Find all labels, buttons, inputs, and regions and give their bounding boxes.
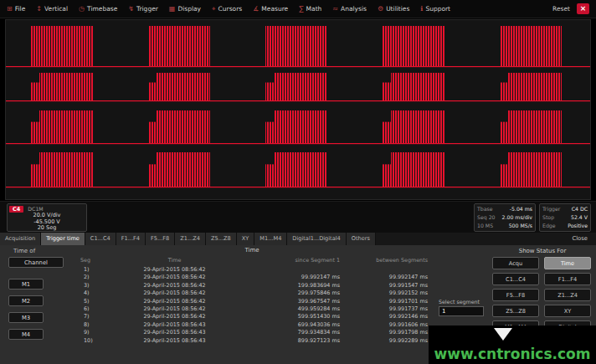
tab-trigger-time[interactable]: Trigger time bbox=[41, 233, 85, 245]
status-button-time[interactable]: Time bbox=[544, 257, 591, 269]
table-row: 10)29-April-2015 08:56:43899.927123 ms99… bbox=[72, 337, 432, 345]
status-button-c1-c4[interactable]: C1...C4 bbox=[492, 273, 539, 285]
status-button-acqu[interactable]: Acqu bbox=[492, 257, 539, 269]
table-row: 9)29-April-2015 08:56:43799.934834 ms99.… bbox=[72, 329, 432, 336]
button-m2[interactable]: M2 bbox=[8, 295, 44, 306]
time-of-label: Time of bbox=[13, 248, 35, 254]
table-cell: 599.951430 ms bbox=[244, 313, 340, 320]
waveform-svg bbox=[6, 20, 590, 199]
table-cell: 29-April-2015 08:56:43 bbox=[105, 337, 244, 345]
tab-f5-f8[interactable]: F5...F8 bbox=[146, 233, 175, 245]
info-row: Stop52.4 V bbox=[540, 213, 590, 222]
status-buttons: AcquTimeC1...C4F1...F4F5...F8Z1...Z4Z5..… bbox=[492, 257, 591, 333]
table-cell: 2) bbox=[72, 274, 105, 281]
table-cell: 399.967547 ms bbox=[244, 298, 340, 305]
menu-item-measure[interactable]: ∡Measure bbox=[253, 5, 288, 13]
support-icon: ℹ bbox=[420, 6, 423, 13]
menu-item-cursors[interactable]: ⌖Cursors bbox=[212, 5, 242, 13]
info-label: Tbase bbox=[477, 205, 493, 213]
tab-xy[interactable]: XY bbox=[237, 233, 255, 245]
status-button-z5-z8[interactable]: Z5...Z8 bbox=[492, 305, 539, 317]
channel-value: 20 Seg bbox=[9, 225, 85, 232]
watermark-text: www.cntronics.com bbox=[429, 346, 596, 362]
info-value: C4 DC bbox=[572, 205, 588, 213]
info-row: 10 MS500 MS/s bbox=[475, 222, 535, 230]
display-icon: ▦ bbox=[169, 6, 176, 13]
channel-source-button[interactable]: Channel bbox=[8, 257, 64, 268]
table-cell: 6) bbox=[72, 305, 105, 313]
window-close-button[interactable]: × bbox=[577, 3, 589, 14]
table-cell: 29-April-2015 08:56:42 bbox=[105, 282, 244, 290]
math-icon: ∑ bbox=[299, 6, 303, 13]
table-cell: 99.991606 ms bbox=[340, 321, 428, 329]
cursors-icon: ⌖ bbox=[212, 6, 216, 13]
menu-item-label: Trigger bbox=[136, 5, 158, 13]
menu-item-trigger[interactable]: ↯Trigger bbox=[128, 5, 158, 13]
table-body: 1)29-April-2015 08:56:422)29-April-2015 … bbox=[72, 266, 432, 345]
column-header-between-segments: between Segments bbox=[340, 257, 428, 266]
table-cell: 4) bbox=[72, 290, 105, 297]
tab-f1-f4[interactable]: F1...F4 bbox=[116, 233, 146, 245]
table-cell: 899.927123 ms bbox=[244, 337, 340, 345]
reset-button[interactable]: Reset bbox=[552, 5, 570, 13]
select-segment-input[interactable]: 1 bbox=[439, 306, 484, 316]
dialog-tabs: AcquisitionTrigger timeC1...C4F1...F4F5.… bbox=[0, 233, 376, 245]
table-row: 4)29-April-2015 08:56:42299.975846 ms99.… bbox=[72, 290, 432, 297]
trigger-icon: ↯ bbox=[128, 6, 134, 13]
menu-item-support[interactable]: ℹSupport bbox=[420, 5, 450, 13]
table-title: Time bbox=[72, 247, 432, 257]
column-header-seg: Seg bbox=[72, 257, 105, 266]
menu-item-analysis[interactable]: ≈Analysis bbox=[332, 5, 367, 13]
table-row: 3)29-April-2015 08:56:42199.983694 ms99.… bbox=[72, 282, 432, 290]
timebase-descriptor[interactable]: Tbase-5.04 msSeq 202.00 ms/div10 MS500 M… bbox=[474, 203, 536, 232]
tab-others[interactable]: Others bbox=[347, 233, 376, 245]
table-cell: 99.992289 ms bbox=[340, 337, 428, 345]
table-cell: 29-April-2015 08:56:42 bbox=[105, 290, 244, 297]
menu-items: ⊞File↕Vertical◷Timebase↯Trigger▦Display⌖… bbox=[7, 5, 450, 13]
table-cell: 5) bbox=[72, 298, 105, 305]
dialog-close-button[interactable]: Close bbox=[567, 233, 596, 245]
menu-item-math[interactable]: ∑Math bbox=[299, 5, 321, 13]
info-row: Seq 202.00 ms/div bbox=[475, 213, 535, 222]
menu-item-label: Support bbox=[425, 5, 450, 13]
table-row: 8)29-April-2015 08:56:43699.943036 ms99.… bbox=[72, 321, 432, 329]
analysis-icon: ≈ bbox=[332, 6, 338, 13]
button-m4[interactable]: M4 bbox=[8, 329, 44, 340]
status-button-f1-f4[interactable]: F1...F4 bbox=[544, 273, 591, 285]
button-m1[interactable]: M1 bbox=[8, 279, 44, 290]
menu-item-utilities[interactable]: ⚙Utilities bbox=[378, 5, 409, 13]
table-cell: 29-April-2015 08:56:42 bbox=[105, 298, 244, 305]
menu-item-vertical[interactable]: ↕Vertical bbox=[36, 5, 68, 13]
tab-z1-z4[interactable]: Z1...Z4 bbox=[175, 233, 206, 245]
memory-buttons: M1M2M3M4 bbox=[8, 279, 44, 340]
menu-item-label: Math bbox=[306, 5, 322, 13]
oscilloscope-app: ⊞File↕Vertical◷Timebase↯Trigger▦Display⌖… bbox=[0, 0, 596, 364]
timebase-icon: ◷ bbox=[79, 6, 85, 13]
table-cell: 799.934834 ms bbox=[244, 329, 340, 336]
tab-digital1-digital4[interactable]: Digital1...Digital4 bbox=[287, 233, 346, 245]
table-cell: 499.959284 ms bbox=[244, 305, 340, 313]
table-cell: 99.992147 ms bbox=[244, 274, 340, 281]
tab-z5-z8[interactable]: Z5...Z8 bbox=[206, 233, 237, 245]
status-button-f5-f8[interactable]: F5...F8 bbox=[492, 289, 539, 301]
channel-descriptor-c4[interactable]: C4 DC1M 20.0 V/div-45.500 V20 Seg bbox=[7, 203, 87, 232]
tab-c1-c4[interactable]: C1...C4 bbox=[85, 233, 116, 245]
column-header-time: Time bbox=[105, 257, 244, 266]
table-cell: 99.991798 ms bbox=[340, 329, 428, 336]
table-row: 6)29-April-2015 08:56:42499.959284 ms99.… bbox=[72, 305, 432, 313]
menu-item-file[interactable]: ⊞File bbox=[7, 5, 25, 13]
status-button-xy[interactable]: XY bbox=[544, 305, 591, 317]
info-label: 10 MS bbox=[477, 222, 493, 230]
waveform-display[interactable] bbox=[5, 19, 591, 200]
table-row: 5)29-April-2015 08:56:42399.967547 ms99.… bbox=[72, 298, 432, 305]
channel-values: 20.0 V/div-45.500 V20 Seg bbox=[9, 213, 85, 232]
trigger-descriptor[interactable]: TriggerC4 DCStop52.4 VEdgePositive bbox=[539, 203, 591, 232]
status-button-z1-z4[interactable]: Z1...Z4 bbox=[544, 289, 591, 301]
table-cell: 9) bbox=[72, 329, 105, 336]
info-label: Seq 20 bbox=[477, 213, 496, 222]
menu-item-timebase[interactable]: ◷Timebase bbox=[79, 5, 117, 13]
menu-item-display[interactable]: ▦Display bbox=[169, 5, 201, 13]
tab-m1-m4[interactable]: M1...M4 bbox=[254, 233, 287, 245]
tab-acquisition[interactable]: Acquisition bbox=[0, 233, 41, 245]
button-m3[interactable]: M3 bbox=[8, 312, 44, 323]
